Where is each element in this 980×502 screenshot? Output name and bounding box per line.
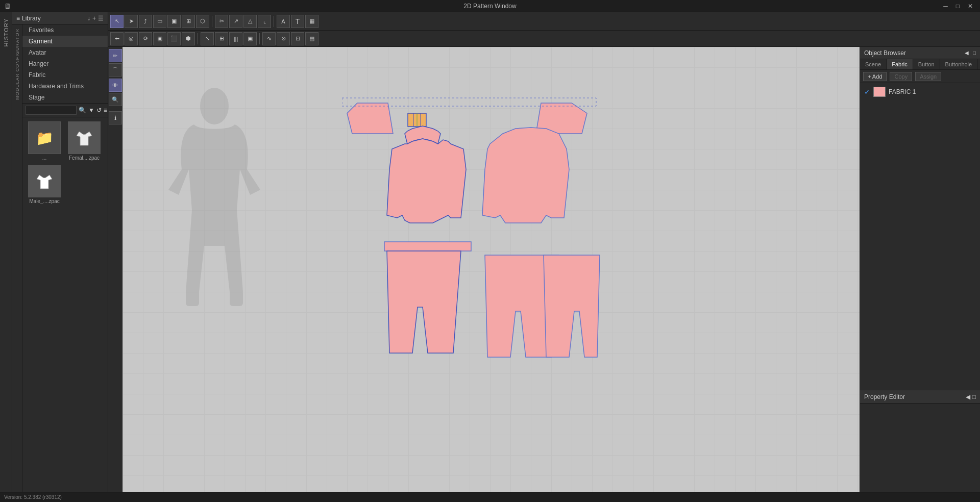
svg-rect-9: [342, 98, 596, 106]
history-label: HISTORY: [3, 18, 9, 47]
property-editor: Property Editor ◀ □: [860, 390, 980, 492]
search-icon[interactable]: 🔍: [79, 107, 86, 114]
hex-tool[interactable]: ⬢: [182, 32, 195, 45]
pattern-connecting-bar[interactable]: [342, 97, 597, 107]
ob-expand-btn[interactable]: □: [973, 50, 976, 56]
box-tool[interactable]: ▣: [153, 32, 166, 45]
zoom-tool[interactable]: 🔍: [109, 93, 122, 106]
right-panel: Object Browser ◀ □ Scene Fabric Button B…: [860, 47, 980, 492]
library-search-bar: 🔍 ▼ ↺ ≡: [22, 103, 108, 117]
fabric-swatch: [873, 87, 886, 97]
nav-items: Favorites Garment Avatar Hanger Fabric H…: [22, 24, 108, 103]
separator3: [198, 33, 198, 44]
modular-sidebar: MODULAR CONFIGURATOR: [12, 24, 22, 492]
grid2-tool[interactable]: ⊞: [215, 32, 228, 45]
tab-button[interactable]: Button: [913, 59, 940, 69]
rect-tool[interactable]: ▣: [167, 15, 181, 28]
measure-tool[interactable]: ▦: [305, 15, 318, 28]
info-tool[interactable]: ℹ: [109, 111, 122, 124]
undo-tool[interactable]: ⟳: [139, 32, 152, 45]
wave-tool[interactable]: ∿: [262, 32, 276, 45]
filter-icon[interactable]: ▼: [88, 107, 94, 114]
object-browser-tabs: Scene Fabric Button Buttonhole T: [860, 59, 980, 70]
rotate-tool[interactable]: ⤴: [139, 15, 152, 28]
fabric-check-icon: ✓: [864, 88, 870, 96]
nav-hardware[interactable]: Hardware and Trims: [22, 81, 108, 92]
shape-tool[interactable]: ▭: [153, 15, 166, 28]
male-item-label: Male_....zpac: [29, 198, 59, 204]
select2-tool[interactable]: ▤: [305, 32, 318, 45]
add-fabric-btn[interactable]: + Add: [863, 72, 887, 81]
close-btn[interactable]: ✕: [965, 3, 976, 10]
select-tool[interactable]: ↖: [110, 15, 124, 28]
tab-t[interactable]: T: [977, 59, 980, 69]
corner-tool[interactable]: ⌞: [258, 15, 271, 28]
library-icon: ≡: [16, 15, 20, 22]
property-editor-content: [860, 404, 980, 492]
pencil-tool[interactable]: ✏: [109, 49, 122, 62]
search-input[interactable]: [26, 106, 77, 115]
library-title: Library: [22, 15, 41, 22]
object-browser-toolbar: + Add Copy Assign: [860, 70, 980, 83]
svg-point-0: [200, 88, 229, 124]
assign-fabric-btn[interactable]: Assign: [915, 72, 941, 81]
nav-favorites[interactable]: Favorites: [22, 24, 108, 36]
lines-tool[interactable]: |||: [229, 32, 242, 45]
copy-fabric-btn[interactable]: Copy: [890, 72, 912, 81]
library-item-folder[interactable]: 📁 ...: [27, 121, 62, 161]
nav-hanger[interactable]: Hanger: [22, 58, 108, 69]
special-tool[interactable]: ⊡: [291, 32, 304, 45]
cut-tool[interactable]: ✂: [215, 15, 228, 28]
toolbar-row1: ↖ ➤ ⤴ ▭ ▣ ⊞ ⬡ ✂ ↗ △ ⌞ A T ▦: [108, 12, 980, 31]
tab-scene[interactable]: Scene: [860, 59, 887, 69]
maximize-btn[interactable]: □: [953, 3, 963, 10]
fill-tool[interactable]: ⬛: [167, 32, 181, 45]
pattern-front-bodice[interactable]: [382, 123, 484, 236]
library-item-female[interactable]: Femal....zpac: [66, 121, 102, 161]
property-editor-header: Property Editor ◀ □: [860, 390, 980, 404]
canvas-area[interactable]: [122, 47, 860, 492]
transform-tool[interactable]: ➤: [125, 15, 138, 28]
pattern-back-bodice[interactable]: [480, 123, 582, 236]
tab-fabric[interactable]: Fabric: [887, 59, 913, 69]
library-item-male[interactable]: Male_....zpac: [27, 165, 62, 204]
female-item-label: Femal....zpac: [69, 155, 100, 161]
female-garment-thumb: [74, 128, 94, 148]
svg-rect-1: [186, 290, 199, 306]
list-icon[interactable]: ≡: [104, 107, 107, 114]
nav-fabric[interactable]: Fabric: [22, 69, 108, 81]
male-garment-thumb: [34, 171, 55, 191]
pattern-front-pant-left[interactable]: [382, 241, 474, 358]
text-tool[interactable]: A: [277, 15, 290, 28]
library-panel: ≡ Library ↓ + ☰ MODULAR CONFIGURATOR Fav…: [12, 12, 108, 492]
library-menu-btn[interactable]: ☰: [98, 15, 104, 22]
refresh-icon[interactable]: ↺: [96, 107, 102, 114]
pe-collapse-btn[interactable]: ◀: [966, 393, 970, 400]
library-add-btn[interactable]: +: [92, 15, 96, 22]
minimize-btn[interactable]: ─: [940, 3, 951, 10]
polygon-tool[interactable]: ⬡: [196, 15, 209, 28]
ob-collapse-btn[interactable]: ◀: [965, 50, 969, 56]
back-tool[interactable]: ⬅: [110, 32, 124, 45]
svg-rect-2: [230, 290, 243, 306]
view-tool[interactable]: 👁: [109, 79, 122, 92]
titlebar-left: 🖥: [4, 2, 11, 10]
library-download-btn[interactable]: ↓: [87, 15, 90, 22]
pattern-pant-extra1[interactable]: [541, 250, 602, 365]
text2-tool[interactable]: T: [291, 15, 304, 28]
nav-garment[interactable]: Garment: [22, 36, 108, 47]
resize-tool[interactable]: ⤡: [201, 32, 214, 45]
circle-tool[interactable]: ◎: [125, 32, 138, 45]
grid-tool[interactable]: ⊞: [182, 15, 195, 28]
titlebar-controls: ─ □ ✕: [940, 3, 976, 10]
triangle-tool[interactable]: △: [243, 15, 257, 28]
fabric-item-1[interactable]: ✓ FABRIC 1: [862, 85, 978, 98]
curve-tool[interactable]: ⌒: [109, 63, 122, 77]
pe-expand-btn[interactable]: □: [972, 393, 976, 400]
nav-stage[interactable]: Stage: [22, 92, 108, 103]
nav-avatar[interactable]: Avatar: [22, 47, 108, 58]
pattern-tool[interactable]: ▣: [243, 32, 257, 45]
tab-buttonhole[interactable]: Buttonhole: [940, 59, 978, 69]
dot-tool[interactable]: ⊙: [277, 32, 290, 45]
arrow-tool[interactable]: ↗: [229, 15, 242, 28]
